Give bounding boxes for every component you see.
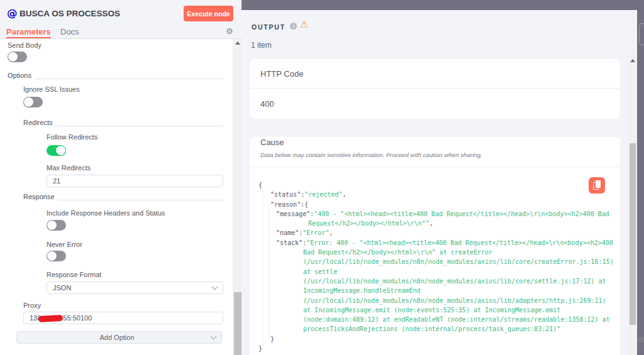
tab-docs[interactable]: Docs — [60, 27, 79, 36]
node-icon: @ — [7, 8, 18, 19]
info-icon[interactable]: i — [290, 23, 297, 30]
http-code-divider — [250, 88, 620, 89]
include-response-headers-toggle[interactable] — [47, 220, 66, 231]
add-option-button[interactable]: Add Option — [16, 331, 222, 344]
json-line: (/usr/local/lib/node_modules/n8n/node_mo… — [303, 257, 611, 266]
redirects-section-line — [55, 126, 224, 126]
add-option-label: Add Option — [23, 334, 211, 341]
canvas-overlay-top — [242, 0, 644, 10]
json-line: "name":"Error", — [276, 228, 611, 238]
proxy-label: Proxy — [23, 302, 41, 309]
response-section-line — [58, 200, 224, 200]
output-title: OUTPUT — [252, 23, 286, 31]
tab-parameters-underline — [6, 37, 51, 38]
max-redirects-label: Max Redirects — [47, 164, 91, 172]
json-line: { — [258, 180, 611, 190]
http-code-card — [250, 59, 620, 119]
settings-gear-icon[interactable]: ⚙ — [226, 26, 233, 36]
node-title: BUSCA OS PROCESSOS — [19, 9, 120, 18]
canvas-artifact — [638, 337, 644, 342]
json-line: "reason":{ — [270, 200, 611, 209]
http-code-value: 400 — [260, 99, 274, 109]
canvas-artifact-chevron: › — [638, 343, 640, 349]
chevron-down-icon — [212, 284, 218, 290]
include-response-headers-label: Include Response Headers and Status — [47, 209, 165, 217]
json-output: {"status":"rejected","reason":{"message"… — [258, 180, 611, 353]
json-line: Bad Request</h2></body></html>\r\n" at c… — [303, 248, 611, 257]
copy-output-button[interactable] — [589, 177, 605, 194]
send-body-label: Send Body — [8, 41, 42, 49]
edge-clipped-button[interactable] — [639, 23, 644, 45]
redaction-mark — [38, 315, 63, 322]
json-line: (/usr/local/lib/node_modules/n8n/node_mo… — [303, 296, 611, 305]
execute-node-button[interactable]: Execute node — [184, 6, 233, 21]
json-line: Request</h2></body></html>\r\n"", — [308, 219, 611, 228]
json-line: processTicksAndRejections (node:internal… — [303, 324, 611, 334]
json-line: } — [270, 334, 611, 344]
cause-label: Cause — [260, 138, 284, 147]
redirects-section-label: Redirects — [23, 119, 52, 126]
json-line: at IncomingMessage.emit (node:events:525… — [303, 305, 611, 315]
options-section-label: Options — [8, 72, 31, 79]
follow-redirects-label: Follow Redirects — [47, 133, 97, 141]
max-redirects-value: 21 — [53, 177, 60, 185]
add-option-chevron-icon — [211, 334, 217, 340]
output-items-count: 1 item — [251, 41, 272, 50]
json-line: "message":"400 - "<html><head><title>400… — [276, 209, 611, 219]
json-line: (/usr/local/lib/node_modules/n8n/node_mo… — [303, 276, 611, 286]
http-code-label: HTTP Code — [260, 69, 303, 79]
output-scrollbar-thumb[interactable] — [630, 143, 636, 325]
response-section-label: Response — [23, 193, 55, 200]
response-format-label: Response Format — [47, 271, 101, 278]
json-line: "stack":"Error: 400 - "<html><head><titl… — [276, 238, 611, 248]
options-section-line — [35, 79, 224, 79]
settings-scrollbar-thumb[interactable] — [234, 292, 242, 355]
output-scrollbar-up-arrow[interactable] — [630, 59, 635, 62]
response-format-value: JSON — [53, 284, 213, 292]
max-redirects-input[interactable]: 21 — [47, 175, 223, 187]
follow-redirects-toggle[interactable] — [47, 145, 66, 156]
tab-parameters[interactable]: Parameters — [6, 27, 51, 36]
send-body-toggle[interactable] — [8, 52, 27, 62]
settings-scrollbar-up-arrow[interactable] — [235, 41, 240, 45]
cause-warning-note: Data below may contain sensitive informa… — [260, 151, 482, 158]
json-line: (node:domain:489:12) at endReadableNT (n… — [303, 315, 611, 324]
canvas-overlay-right — [637, 0, 644, 355]
proxy-value-suffix: 55:50100 — [63, 314, 92, 322]
n8n-node-detail-view: @ BUSCA OS PROCESSOS Execute node Parame… — [0, 0, 644, 355]
json-line: "status":"rejected", — [270, 190, 611, 199]
json-line: IncomingMessage.handleStreamEnd — [303, 286, 611, 295]
cause-divider — [250, 167, 620, 167]
json-line: at settle — [303, 267, 611, 276]
warning-icon: ⚠ — [300, 19, 308, 30]
never-error-label: Never Error — [47, 241, 82, 248]
ignore-ssl-label: Ignore SSL Issues — [23, 85, 79, 93]
json-indent-guide-1 — [262, 190, 263, 346]
never-error-toggle[interactable] — [47, 251, 66, 261]
json-indent-guide-2 — [269, 209, 269, 336]
proxy-input[interactable]: 138 55:50100 — [23, 312, 223, 324]
json-line: } — [258, 344, 611, 353]
ignore-ssl-toggle[interactable] — [23, 97, 43, 107]
response-format-select[interactable]: JSON — [47, 281, 223, 294]
